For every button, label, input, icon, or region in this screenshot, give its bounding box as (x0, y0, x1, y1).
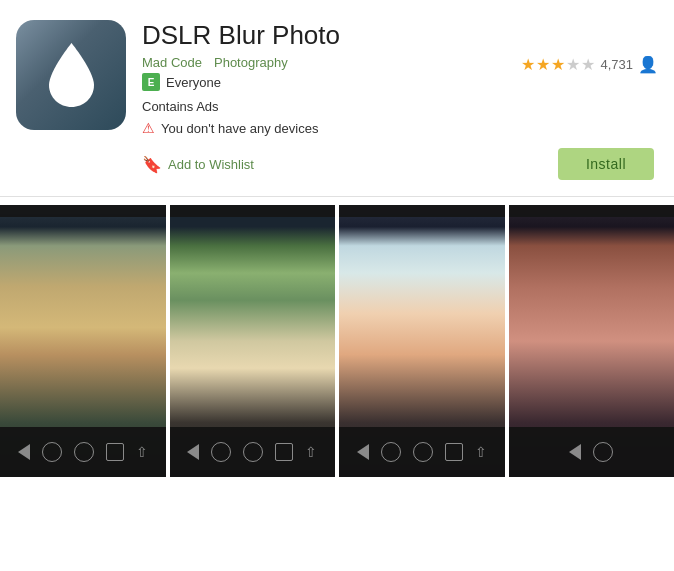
nav-back-icon-4 (569, 444, 581, 460)
wishlist-label: Add to Wishlist (168, 157, 254, 172)
everyone-badge: E (142, 73, 160, 91)
person-icon: 👤 (638, 55, 658, 74)
nav-check-icon-3 (381, 442, 401, 462)
screenshot-4 (509, 205, 675, 477)
app-title: DSLR Blur Photo (142, 20, 658, 51)
app-info: DSLR Blur Photo Mad Code Photography E E… (142, 20, 658, 180)
app-developer[interactable]: Mad Code (142, 55, 202, 70)
install-button[interactable]: Install (558, 148, 654, 180)
nav-save-icon-3 (445, 443, 463, 461)
nav-back-icon-3 (357, 444, 369, 460)
nav-check-icon (42, 442, 62, 462)
warning-icon: ⚠ (142, 120, 155, 136)
star-3: ★ (551, 55, 565, 74)
star-5: ★ (581, 55, 595, 74)
nav-share-icon-2: ⇧ (305, 444, 317, 460)
nav-back-icon-2 (187, 444, 199, 460)
nav-save-icon-2 (275, 443, 293, 461)
star-rating: ★ ★ ★ ★ ★ (521, 55, 595, 74)
nav-check-icon-2 (211, 442, 231, 462)
star-2: ★ (536, 55, 550, 74)
everyone-label: Everyone (166, 75, 221, 90)
warning-text: You don't have any devices (161, 121, 318, 136)
nav-save-icon (106, 443, 124, 461)
screenshot-1: ⇧ (0, 205, 166, 477)
nav-drop-icon-2 (243, 442, 263, 462)
app-category[interactable]: Photography (214, 55, 288, 70)
rating-count: 4,731 (600, 57, 633, 72)
contains-ads: Contains Ads (142, 99, 658, 114)
star-1: ★ (521, 55, 535, 74)
nav-share-icon-3: ⇧ (475, 444, 487, 460)
nav-back-icon (18, 444, 30, 460)
star-4: ★ (566, 55, 580, 74)
nav-share-icon: ⇧ (136, 444, 148, 460)
screenshots-section: ⇧ ⇧ ⇧ (0, 197, 674, 477)
bookmark-icon: 🔖 (142, 155, 162, 174)
app-icon (16, 20, 126, 130)
app-icon-wrapper (16, 20, 126, 130)
nav-drop-icon-3 (413, 442, 433, 462)
nav-drop-icon (74, 442, 94, 462)
wishlist-button[interactable]: 🔖 Add to Wishlist (142, 155, 254, 174)
bottom-actions: 🔖 Add to Wishlist Install (142, 148, 658, 180)
warning-row: ⚠ You don't have any devices (142, 120, 658, 136)
screenshot-2: ⇧ (170, 205, 336, 477)
drop-icon (44, 41, 99, 109)
screenshot-3: ⇧ (339, 205, 505, 477)
nav-check-icon-4 (593, 442, 613, 462)
app-header: DSLR Blur Photo Mad Code Photography E E… (0, 0, 674, 197)
content-rating-row: E Everyone (142, 73, 288, 91)
